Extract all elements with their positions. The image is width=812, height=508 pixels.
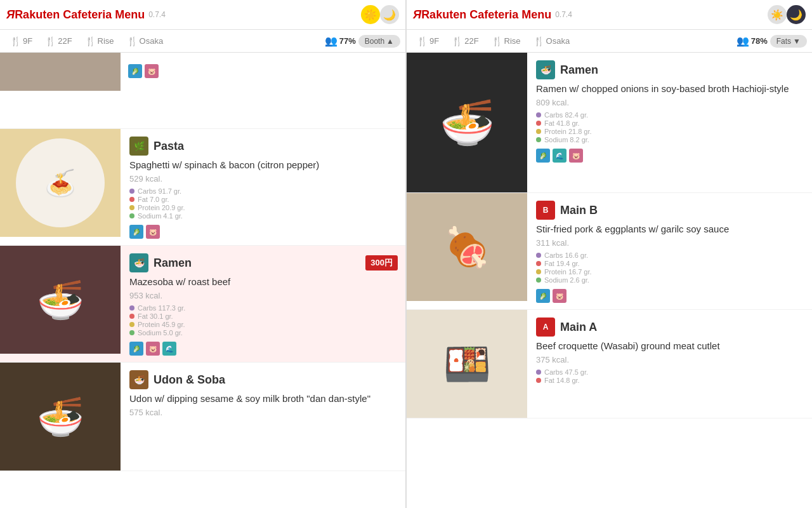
nutrition-row: Carbs 117.3 gr. [129, 304, 398, 312]
left-sun-button[interactable]: ☀️ [361, 5, 380, 24]
left-item-ramen[interactable]: 🍜 🍜 Ramen 300円 Mazesoba w/ roast beef 95… [0, 246, 405, 363]
left-udon-kcal: 575 kcal. [129, 408, 398, 417]
left-item-pasta[interactable]: 🍝 🌿 Pasta Spaghetti w/ spinach & bacon (… [0, 129, 405, 246]
left-nav-osaka[interactable]: 🍴 Osaka [122, 34, 169, 49]
left-rise-label: Rise [98, 36, 114, 46]
left-booth-button[interactable]: Booth ▲ [358, 35, 400, 48]
nutrition-row: Fat 14.8 gr. [536, 377, 804, 384]
right-mainb-carbs: Carbs 16.6 gr. [544, 251, 588, 259]
left-navbar: 🍴 9F 🍴 22F 🍴 Rise 🍴 Osaka 👥 77% Booth ▲ [0, 30, 405, 53]
left-pasta-img: 🍝 [0, 129, 121, 237]
left-udon-img: 🍜 [0, 363, 121, 471]
right-ramen-sodium: Sodium 8.2 gr. [544, 136, 589, 144]
nutrition-row: Protein 21.8 gr. [536, 128, 804, 135]
dot-yellow [129, 322, 134, 327]
left-ramen-tags: 🥬 🐷 🌊 [129, 342, 398, 356]
left-udon-cat-icon: 🍜 [129, 370, 148, 389]
left-nav-9f[interactable]: 🍴 9F [5, 34, 37, 49]
right-nav-22f[interactable]: 🍴 22F [447, 34, 483, 49]
right-osaka-icon: 🍴 [534, 36, 544, 46]
tag-blue: 🥬 [536, 149, 550, 163]
right-osaka-label: Osaka [546, 36, 570, 46]
nutrition-row: Carbs 91.7 gr. [129, 187, 398, 195]
left-udon-dish: Udon w/ dipping sesame & soy milk broth … [129, 392, 398, 405]
nutrition-row: Protein 16.7 gr. [536, 268, 804, 276]
right-maina-fat: Fat 14.8 gr. [544, 377, 580, 384]
left-booth-label: Booth [365, 37, 384, 46]
tag-blue: 🥬 [536, 289, 550, 303]
left-pasta-cat-icon: 🌿 [129, 137, 148, 156]
right-rise-label: Rise [504, 36, 521, 46]
dot-red [536, 121, 541, 126]
left-ramen-sodium: Sodium 5.0 gr. [138, 329, 183, 337]
left-pasta-fat: Fat 7.0 gr. [138, 196, 169, 203]
nutrition-row: Protein 45.9 gr. [129, 321, 398, 328]
right-mainb-kcal: 311 kcal. [536, 238, 804, 248]
left-theme-toggle: ☀️ 🌙 [361, 5, 399, 24]
right-item-ramen[interactable]: 🍜 🍜 Ramen Ramen w/ chopped onions in soy… [407, 53, 812, 193]
dot-green [536, 137, 541, 142]
left-udon-category: Udon & Soba [154, 373, 225, 387]
right-fats-button[interactable]: Fats ▼ [770, 35, 807, 48]
dot-yellow [536, 269, 541, 274]
tag-blue: 🥬 [129, 342, 143, 356]
right-panel: Я Rakuten Cafeteria Menu 0.7.4 ☀️ 🌙 🍴 9F… [406, 0, 812, 508]
left-22f-icon: 🍴 [45, 36, 56, 46]
left-nav-22f[interactable]: 🍴 22F [40, 34, 77, 49]
nutrition-row: Fat 19.4 gr. [536, 260, 804, 267]
right-ramen-img: 🍜 [407, 53, 527, 192]
right-nav-rise[interactable]: 🍴 Rise [487, 34, 526, 49]
left-pasta-dish: Spaghetti w/ spinach & bacon (citron pep… [129, 158, 398, 171]
right-navbar: 🍴 9F 🍴 22F 🍴 Rise 🍴 Osaka 👥 78% Fats ▼ [407, 30, 812, 53]
left-pasta-kcal: 529 kcal. [129, 174, 398, 184]
right-mainb-fat: Fat 19.4 gr. [544, 260, 580, 267]
left-pasta-category: Pasta [154, 140, 184, 153]
left-ramen-carbs: Carbs 117.3 gr. [138, 304, 185, 312]
tag-pink: 🐷 [146, 342, 160, 356]
left-occupancy-value: 77% [339, 36, 356, 46]
right-fats-label: Fats [776, 37, 791, 46]
right-theme-toggle: ☀️ 🌙 [768, 5, 806, 24]
left-content: 🥬 🐷 🍝 🌿 Pasta Spaghetti w/ spinach & bac… [0, 53, 405, 508]
left-ramen-cat-icon: 🍜 [129, 253, 148, 272]
left-ramen-fat: Fat 30.1 gr. [138, 312, 173, 320]
tag-blue: 🥬 [128, 64, 142, 78]
left-people-icon: 👥 [325, 35, 337, 47]
right-nav-9f[interactable]: 🍴 9F [412, 34, 444, 49]
right-mainb-img: 🍖 [407, 193, 527, 301]
right-mainb-tags: 🥬 🐷 [536, 289, 804, 303]
dot-red [129, 197, 134, 202]
left-moon-button[interactable]: 🌙 [380, 5, 399, 24]
left-panel: Я Rakuten Cafeteria Menu 0.7.4 ☀️ 🌙 🍴 9F… [0, 0, 406, 508]
nutrition-row: Fat 41.8 gr. [536, 119, 804, 127]
right-sun-button[interactable]: ☀️ [768, 5, 787, 24]
right-item-mainb[interactable]: 🍖 B Main B Stir-fried pork & eggplants w… [407, 193, 812, 310]
tag-pink: 🐷 [553, 289, 566, 303]
right-maina-carbs: Carbs 47.5 gr. [544, 368, 588, 376]
tag-pink: 🐷 [145, 64, 159, 78]
dot-red [536, 261, 541, 266]
left-item-udon[interactable]: 🍜 🍜 Udon & Soba Udon w/ dipping sesame &… [0, 363, 405, 471]
right-ramen-info: 🍜 Ramen Ramen w/ chopped onions in soy-b… [527, 53, 812, 192]
right-nav-osaka[interactable]: 🍴 Osaka [528, 34, 575, 49]
right-fats-chevron: ▼ [793, 37, 801, 46]
tag-blue: 🥬 [129, 225, 143, 239]
dot-red [536, 378, 541, 383]
right-22f-icon: 🍴 [452, 36, 462, 46]
left-pasta-carbs: Carbs 91.7 gr. [138, 187, 181, 195]
nutrition-row: Fat 7.0 gr. [129, 196, 398, 203]
right-occupancy: 👥 78% [737, 35, 768, 47]
right-moon-button[interactable]: 🌙 [787, 5, 806, 24]
left-nav-rise[interactable]: 🍴 Rise [80, 34, 119, 49]
left-booth-chevron: ▲ [386, 37, 394, 46]
left-item-partial: 🥬 🐷 [0, 53, 405, 129]
right-ramen-carbs: Carbs 82.4 gr. [544, 111, 588, 119]
right-ramen-fat: Fat 41.8 gr. [544, 119, 580, 127]
right-maina-dish: Beef croquette (Wasabi) ground meat cutl… [536, 339, 804, 352]
nutrition-row: Sodium 8.2 gr. [536, 136, 804, 144]
left-header: Я Rakuten Cafeteria Menu 0.7.4 ☀️ 🌙 [0, 0, 405, 30]
left-9f-label: 9F [23, 36, 32, 46]
nutrition-row: Carbs 16.6 gr. [536, 251, 804, 259]
dot-purple [129, 189, 134, 194]
right-item-maina[interactable]: 🍱 A Main A Beef croquette (Wasabi) groun… [407, 310, 812, 418]
